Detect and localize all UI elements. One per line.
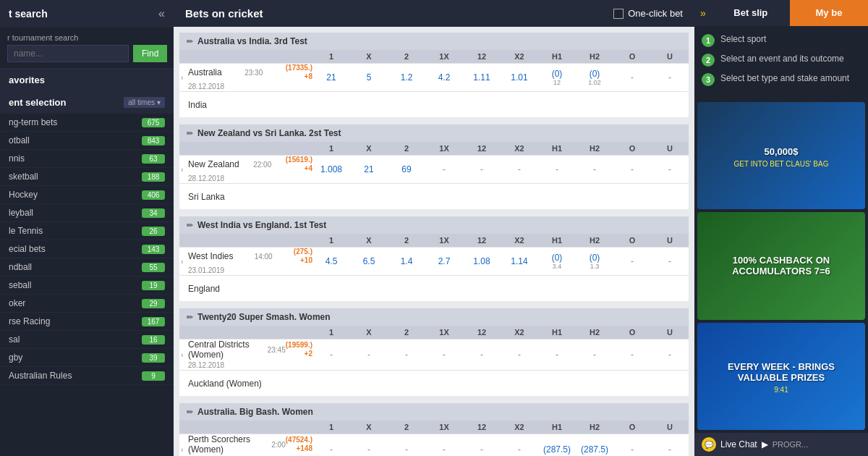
expand-arrow-icon[interactable]: ›	[179, 258, 188, 266]
bet-step-3: 3 Select bet type and stake amount	[702, 72, 861, 86]
table-row: Auckland (Women)	[179, 370, 689, 396]
step-number: 3	[702, 73, 715, 86]
odd-cell-X-row2	[350, 104, 388, 106]
one-click-bet-toggle[interactable]: One-click bet	[613, 8, 683, 19]
step-text: Select an event and its outcome	[720, 53, 844, 65]
sidebar-sport-item[interactable]: gby39	[0, 349, 174, 367]
odd-cell-H2[interactable]: (0)1.02	[576, 67, 613, 88]
sidebar-sport-item[interactable]: Australian Rules9	[0, 367, 174, 385]
odd-cell-1X[interactable]: 4.2	[425, 71, 463, 84]
odd-cell-2[interactable]: 1.4	[388, 255, 425, 268]
live-chat-arrow: ▶	[762, 439, 768, 449]
team-extra: (47524.)+148	[286, 436, 312, 453]
find-button[interactable]: Find	[133, 45, 167, 62]
sport-list: ng-term bets675otball843nnis63sketball18…	[0, 114, 174, 456]
expand-arrow-icon[interactable]: ›	[179, 446, 188, 454]
tournament-name: Australia vs India. 3rd Test	[197, 36, 307, 46]
odd-cell-12[interactable]: 1.11	[463, 71, 501, 84]
team-info: Perth Scorchers (Women) 2:00 (47524.)+14…	[188, 434, 312, 456]
odd-cell-1[interactable]: 1.008	[312, 163, 350, 176]
odd-cell-2-row2	[388, 382, 425, 385]
pencil-icon: ✏	[187, 129, 193, 138]
odd-cell-H1[interactable]: (0)3.4	[538, 251, 576, 271]
sport-name: sal	[9, 334, 20, 345]
odd-cell-H2[interactable]: (0)1.3	[576, 251, 613, 271]
search-input[interactable]	[7, 45, 129, 62]
sidebar-sport-item[interactable]: leyball34	[0, 204, 174, 222]
odds-header-row: 1X21X12X2H1H2OU	[179, 234, 689, 247]
odd-cell-H1-row2	[538, 382, 576, 385]
team-extra: (17335.)+8	[286, 64, 312, 81]
step-text: Select sport	[720, 33, 766, 46]
sport-name: seball	[9, 280, 31, 290]
odd-cell-U: -	[651, 71, 689, 84]
odd-cell-X[interactable]: 5	[350, 71, 388, 84]
right-panel-chevron[interactable]: »	[694, 0, 712, 26]
expand-arrow-icon[interactable]: ›	[179, 74, 188, 82]
all-times-filter[interactable]: all times ▾	[124, 97, 165, 108]
sidebar-sport-item[interactable]: ecial bets143	[0, 240, 174, 258]
odd-cell-X2[interactable]: 1.01	[501, 71, 538, 84]
tab-my-bets[interactable]: My be	[790, 0, 868, 26]
sidebar-sport-item[interactable]: oker29	[0, 295, 174, 313]
promo-area: 50,000$ GET INTO BET CLAUS' BAG 100% CAS…	[694, 99, 868, 433]
table-row: › Central Districts (Women) 23:45 (19599…	[179, 339, 689, 370]
expand-arrow-icon[interactable]: ›	[179, 166, 188, 174]
promo-banner-2[interactable]: EVERY WEEK - BRINGS VALUABLE PRIZES 9:41	[697, 323, 865, 430]
sidebar-sport-item[interactable]: rse Racing167	[0, 313, 174, 331]
sport-count: 143	[142, 245, 165, 254]
sidebar-sport-item[interactable]: ndball55	[0, 258, 174, 276]
odd-cell-X2[interactable]: 1.14	[501, 255, 538, 268]
sport-name: sketball	[9, 172, 38, 182]
col-header-X2: X2	[501, 326, 538, 339]
sidebar-sport-item[interactable]: nnis63	[0, 150, 174, 168]
col-header-1X: 1X	[425, 50, 463, 63]
sidebar-sport-item[interactable]: le Tennis26	[0, 222, 174, 240]
tournament-header: ✏New Zealand vs Sri Lanka. 2st Test	[179, 124, 689, 142]
one-click-checkbox[interactable]	[613, 9, 624, 19]
odd-cell-12: -	[463, 163, 501, 176]
pencil-icon: ✏	[187, 37, 193, 46]
odd-cell-X[interactable]: 21	[350, 163, 388, 176]
sport-name: ng-term bets	[9, 117, 57, 127]
team-info: Central Districts (Women) 23:45 (19599.)…	[188, 339, 312, 370]
sport-count: 26	[142, 227, 165, 236]
live-chat-bar[interactable]: 💬 Live Chat ▶ PROGR...	[694, 433, 868, 456]
col-header-O: O	[613, 421, 651, 434]
sidebar-sport-item[interactable]: ng-term bets675	[0, 114, 174, 132]
chevron-down-icon: ▾	[157, 98, 161, 106]
odd-cell-H2[interactable]: (287.5)	[576, 443, 613, 456]
sidebar-sport-item[interactable]: seball19	[0, 276, 174, 295]
promo-banner-1[interactable]: 100% CASHBACK ON ACCUMULATORS 7=6	[697, 212, 865, 319]
odd-cell-H1[interactable]: (0)12	[538, 67, 576, 88]
tournament-name: Australia. Big Bash. Women	[197, 407, 313, 417]
col-header-1: 1	[312, 326, 350, 339]
odd-cell-1[interactable]: 4.5	[312, 255, 350, 268]
team-info: West Indies 14:00 (275.)+10 23.01.2019	[188, 248, 312, 275]
odd-cell-2: -	[388, 348, 425, 361]
col-header-U: U	[651, 50, 689, 63]
team-name: Sri Lanka	[188, 192, 225, 202]
odd-cell-1[interactable]: 21	[312, 71, 350, 84]
tab-bet-slip[interactable]: Bet slip	[712, 0, 790, 26]
team-name: Auckland (Women)	[188, 379, 262, 389]
sidebar-collapse-button[interactable]: «	[158, 7, 165, 20]
col-header-H1: H1	[538, 326, 576, 339]
odd-cell-12[interactable]: 1.08	[463, 255, 501, 268]
odds-header-row: 1X21X12X2H1H2OU	[179, 50, 689, 63]
odd-cell-1X[interactable]: 2.7	[425, 255, 463, 268]
odd-cell-H1[interactable]: (287.5)	[538, 443, 576, 456]
sidebar-sport-item[interactable]: sketball188	[0, 168, 174, 186]
odd-cell-X[interactable]: 6.5	[350, 255, 388, 268]
col-header-H2: H2	[576, 326, 613, 339]
team-name: West Indies	[188, 251, 233, 261]
sidebar-sport-item[interactable]: Hockey406	[0, 186, 174, 204]
pencil-icon: ✏	[187, 408, 193, 417]
sidebar-sport-item[interactable]: otball843	[0, 132, 174, 150]
expand-arrow-icon[interactable]: ›	[179, 351, 188, 359]
odd-cell-2[interactable]: 69	[388, 163, 425, 176]
sport-count: 29	[142, 299, 165, 308]
promo-banner-0[interactable]: 50,000$ GET INTO BET CLAUS' BAG	[697, 102, 865, 209]
odd-cell-2[interactable]: 1.2	[388, 71, 425, 84]
sidebar-sport-item[interactable]: sal16	[0, 331, 174, 349]
